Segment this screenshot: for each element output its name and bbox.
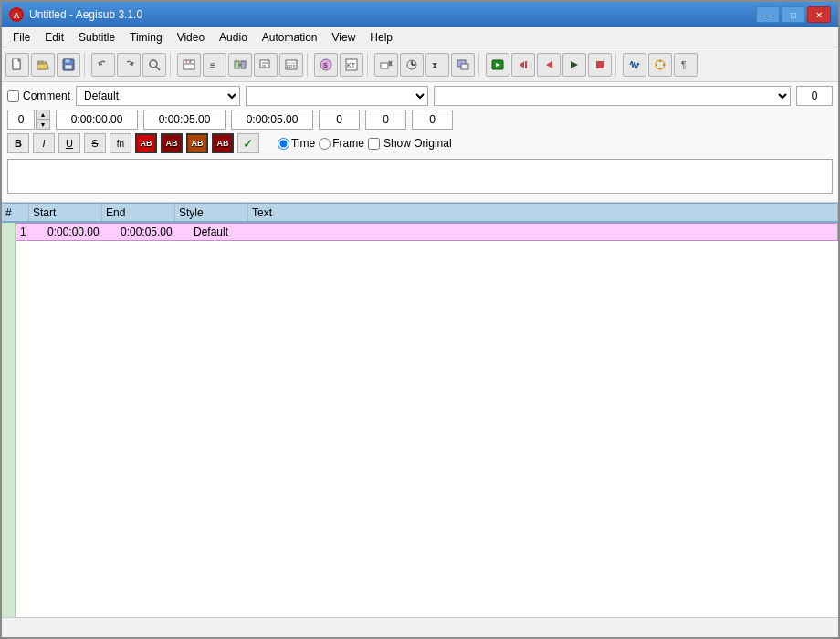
toolbar-open[interactable] [31,53,55,77]
frame-radio[interactable] [319,138,331,150]
toolbar-audio-waveform[interactable] [623,53,646,77]
list-content: 1 0:00:00.00 0:00:05.00 Default [16,223,838,617]
menu-bar: File Edit Subtitle Timing Video Audio Au… [2,27,838,47]
svg-text:FPS: FPS [287,64,296,69]
menu-audio[interactable]: Audio [212,27,255,47]
line-number-up[interactable]: ▲ [36,110,50,120]
col-header-text: Text [248,204,838,221]
toolbar-video-stop[interactable] [588,53,612,77]
toolbar-video-seek-start[interactable] [511,53,535,77]
menu-file[interactable]: File [5,27,37,47]
time-radio[interactable] [278,138,289,150]
toolbar-new[interactable] [5,53,29,77]
format-fn-button[interactable]: fn [110,133,131,153]
comment-checkbox[interactable] [7,90,19,102]
menu-help[interactable]: Help [362,27,400,47]
time-radio-text: Time [291,137,315,150]
edit-row-3: B I U S fn AB AB AB AB ✓ Time [7,133,833,153]
row-end: 0:00:05.00 [117,224,190,240]
show-original-checkbox[interactable] [368,138,380,150]
menu-video[interactable]: Video [170,27,212,47]
svg-rect-44 [596,61,604,68]
frame-radio-label[interactable]: Frame [319,137,364,150]
commit-icon: ✓ [243,136,254,151]
toolbar-automation[interactable] [648,53,672,77]
toolbar-video-detach[interactable] [451,53,475,77]
color-primary-button[interactable]: AB [135,133,157,153]
toolbar-sep-4 [367,53,371,77]
actor-dropdown[interactable] [246,86,428,106]
menu-view[interactable]: View [325,27,363,47]
format-italic-button[interactable]: I [33,133,55,153]
toolbar-undo[interactable] [91,53,115,77]
list-scroll-area[interactable]: 1 0:00:00.00 0:00:05.00 Default [2,223,838,617]
app-icon: A [9,7,24,22]
comment-label[interactable]: Comment [23,89,70,102]
minimize-button[interactable]: — [756,6,780,23]
svg-rect-19 [260,60,269,68]
menu-edit[interactable]: Edit [37,27,71,47]
style-dropdown[interactable]: Default [76,86,240,106]
toolbar-save[interactable] [57,53,80,77]
subtitle-text-editor[interactable] [7,159,833,194]
menu-timing[interactable]: Timing [122,27,170,47]
toolbar-kanji-timer[interactable]: KT [340,53,363,77]
maximize-button[interactable]: □ [782,6,805,23]
effect-dropdown[interactable] [434,86,791,106]
duration-input[interactable] [231,110,313,130]
margin-r-input[interactable] [365,110,406,130]
svg-marker-42 [546,61,552,68]
line-number-spinners: ▲ ▼ [36,110,50,130]
subtitle-list-area: # Start End Style Text 1 0:00:00.00 0:00… [2,203,838,617]
color-primary-label: AB [141,139,152,148]
frame-radio-text: Frame [332,137,364,150]
menu-subtitle[interactable]: Subtitle [71,27,122,47]
svg-rect-16 [235,61,239,68]
toolbar-shift-times[interactable] [374,53,398,77]
toolbar-sep-2 [170,53,173,77]
toolbar-redo[interactable] [117,53,141,77]
svg-line-10 [156,67,160,70]
svg-text:A: A [189,59,192,64]
format-underline-button[interactable]: U [58,133,80,153]
format-strike-button[interactable]: S [84,133,106,153]
toolbar-video-zoom[interactable]: ⧗ [425,53,449,77]
toolbar-video-prev-frame[interactable] [537,53,561,77]
svg-rect-29 [381,63,388,68]
format-bold-button[interactable]: B [7,133,29,153]
toolbar-video-play[interactable] [562,53,586,77]
toolbar-timing-processor[interactable] [400,53,424,77]
layer-input[interactable] [796,86,833,106]
show-original-label[interactable]: Show Original [368,137,452,150]
time-radio-label[interactable]: Time [278,137,315,150]
toolbar-styles[interactable]: AA [177,53,201,77]
row-num: 1 [16,224,44,240]
line-number-group: ▲ ▼ [7,110,50,130]
svg-text:S: S [323,62,328,68]
line-number-down[interactable]: ▼ [36,120,50,130]
line-number-input[interactable] [7,110,35,130]
end-time-input[interactable] [143,110,226,130]
svg-text:KT: KT [347,62,356,68]
toolbar-video-open[interactable] [486,53,509,77]
row-text [263,224,837,240]
start-time-input[interactable] [56,110,138,130]
color-outline-button[interactable]: AB [186,133,208,153]
color-secondary-button[interactable]: AB [161,133,183,153]
toolbar-aegisub-scripts[interactable]: S [314,53,338,77]
color-shadow-button[interactable]: AB [212,133,234,153]
svg-rect-5 [38,61,43,63]
margin-v-input[interactable] [412,110,453,130]
toolbar-framerate[interactable]: FPS [279,53,303,77]
toolbar-resample[interactable] [228,53,252,77]
list-row[interactable]: 1 0:00:00.00 0:00:05.00 Default [16,223,838,241]
toolbar-extra1[interactable]: ¶ [674,53,698,77]
toolbar-translate[interactable] [254,53,278,77]
toolbar-find[interactable] [142,53,166,77]
menu-automation[interactable]: Automation [255,27,325,47]
svg-rect-37 [461,64,468,69]
toolbar-properties[interactable]: ≡ [203,53,226,77]
commit-button[interactable]: ✓ [237,133,259,153]
close-button[interactable]: ✕ [807,6,831,23]
margin-l-input[interactable] [319,110,360,130]
